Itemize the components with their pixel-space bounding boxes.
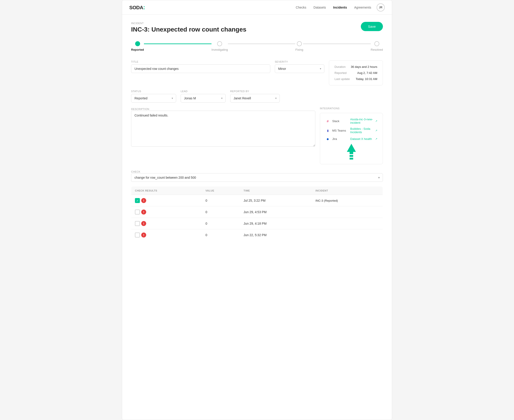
- progress-steps: Reported Investigating Fixing Resolved: [131, 41, 383, 51]
- integrations-label: INTEGRATIONS: [320, 107, 383, 110]
- time-cell-2: Jun 29, 4:53 PM: [240, 206, 312, 218]
- severity-label: SEVERITY: [275, 60, 324, 63]
- lead-group: LEAD Jonas M: [181, 90, 226, 103]
- table-body: ✓ ! 0 Jul 25, 3:22 PM INC-3 (Reported): [131, 195, 383, 241]
- check-results-cell-2: !: [131, 206, 202, 218]
- description-textarea[interactable]: Continued failed results.: [131, 111, 315, 147]
- jira-icon: ◆: [326, 136, 330, 141]
- integration-jira: ◆ Jira Dataset X health ↗: [326, 136, 377, 141]
- status-select[interactable]: Reported Investigating Fixing Resolved: [131, 94, 176, 103]
- arrow-head: [347, 144, 356, 152]
- description-section: DESCRIPTION Continued failed results.: [131, 107, 315, 164]
- time-cell-1: Jul 25, 3:22 PM: [240, 195, 312, 206]
- arrow-annotation: [326, 144, 377, 159]
- slack-icon: #: [326, 119, 330, 123]
- duration-label: Duration: [335, 65, 345, 68]
- incident-badge-1: INC-3 (Reported): [316, 199, 338, 202]
- check-select[interactable]: change for row_count between 200 and 500: [131, 173, 383, 182]
- incident-header: INCIDENT INC-3: Unexpected row count cha…: [131, 22, 383, 33]
- check-select-wrapper: change for row_count between 200 and 500: [131, 173, 383, 182]
- step-fixing[interactable]: Fixing: [295, 41, 303, 51]
- step-investigating[interactable]: Investigating: [211, 41, 228, 51]
- external-link-icon-msteams: ↗: [375, 129, 377, 132]
- icons-cell-3: !: [135, 221, 198, 226]
- nav-links: Checks Datasets Incidents Agreements: [296, 6, 371, 9]
- value-cell-4: 0: [202, 229, 240, 241]
- reported-by-select-wrapper: Janet Revell: [230, 94, 280, 103]
- integrations-section: INTEGRATIONS # Slack #soda-inc-3-new-inc…: [320, 107, 383, 164]
- check-results-cell-3: !: [131, 218, 202, 229]
- integration-msteams: ▮ MS Teams Bubbles - Soda Incidents ↗: [326, 127, 377, 134]
- incident-breadcrumb: INCIDENT: [131, 22, 246, 25]
- arrow-stem-1: [350, 152, 353, 154]
- reported-by-group: REPORTED BY Janet Revell: [230, 90, 280, 103]
- arrow-stem-3: [350, 158, 353, 159]
- warning-icon-1: !: [141, 198, 146, 203]
- nav-item-datasets[interactable]: Datasets: [313, 6, 326, 9]
- step-circle-reported: [135, 41, 140, 46]
- save-button[interactable]: Save: [361, 22, 383, 31]
- severity-select[interactable]: Minor Major Critical: [275, 64, 324, 73]
- step-line-2: [228, 44, 296, 44]
- info-row-reported: Reported Aug 2, 7:42 AM: [335, 71, 377, 75]
- step-line-3: [303, 44, 371, 44]
- step-label-reported: Reported: [131, 48, 144, 51]
- step-reported[interactable]: Reported: [131, 41, 144, 51]
- title-input[interactable]: [131, 64, 270, 73]
- info-reported-value: Aug 2, 7:42 AM: [357, 71, 377, 75]
- arrow-stem-2: [350, 155, 353, 157]
- lead-select[interactable]: Jonas M: [181, 94, 226, 103]
- icons-cell-1: ✓ !: [135, 198, 198, 203]
- navigation: SODA: Checks Datasets Incidents Agreemen…: [122, 0, 392, 15]
- nav-item-agreements[interactable]: Agreements: [354, 6, 371, 9]
- icons-cell-2: !: [135, 210, 198, 215]
- jira-link[interactable]: Dataset X health: [350, 137, 373, 141]
- check-label: CHECK: [131, 170, 140, 173]
- step-label-resolved: Resolved: [371, 48, 383, 51]
- check-results-cell-1: ✓ !: [131, 195, 202, 206]
- icons-cell-4: !: [135, 232, 198, 238]
- jira-name: Jira: [332, 137, 348, 141]
- incident-cell-2: [312, 206, 383, 218]
- reported-by-label: REPORTED BY: [230, 90, 280, 93]
- external-link-icon-jira: ↗: [375, 137, 377, 140]
- table-row: ! 0 Jun 29, 4:18 PM: [131, 218, 383, 229]
- checkbox-empty-3[interactable]: [135, 221, 140, 226]
- status-select-wrapper: Reported Investigating Fixing Resolved: [131, 94, 176, 103]
- reported-by-select[interactable]: Janet Revell: [230, 94, 280, 103]
- time-cell-3: Jun 29, 4:18 PM: [240, 218, 312, 229]
- incident-cell-4: [312, 229, 383, 241]
- slack-link[interactable]: #soda-inc-3-new-incident: [350, 118, 373, 124]
- description-integrations-row: DESCRIPTION Continued failed results. IN…: [131, 107, 383, 164]
- checkbox-empty-2[interactable]: [135, 210, 140, 215]
- checkbox-empty-4[interactable]: [135, 232, 140, 238]
- incident-title: INC-3: Unexpected row count changes: [131, 26, 246, 33]
- step-circle-resolved: [374, 41, 379, 46]
- step-circle-investigating: [217, 41, 222, 46]
- nav-item-incidents[interactable]: Incidents: [333, 6, 347, 9]
- warning-icon-4: !: [141, 232, 146, 238]
- last-update-label: Last update: [335, 77, 350, 81]
- logo: SODA:: [129, 4, 145, 11]
- step-line-1: [144, 44, 211, 44]
- check-section: CHECK change for row_count between 200 a…: [131, 170, 383, 241]
- form-row-title: TITLE SEVERITY Minor Major Critical Dura…: [131, 60, 383, 85]
- msteams-link[interactable]: Bubbles - Soda Incidents: [350, 127, 373, 134]
- lead-label: LEAD: [181, 90, 226, 93]
- info-row-lastupdate: Last update Today, 10:31 AM: [335, 77, 377, 81]
- lead-select-wrapper: Jonas M: [181, 94, 226, 103]
- slack-name: Slack: [332, 120, 348, 123]
- table-row: ✓ ! 0 Jul 25, 3:22 PM INC-3 (Reported): [131, 195, 383, 206]
- avatar[interactable]: JR: [377, 3, 385, 11]
- title-label: TITLE: [131, 60, 270, 63]
- checkbox-checked-1[interactable]: ✓: [135, 198, 140, 203]
- col-time: TIME: [240, 187, 312, 195]
- nav-item-checks[interactable]: Checks: [296, 6, 306, 9]
- integrations-card: # Slack #soda-inc-3-new-incident ↗ ▮ MS …: [320, 113, 383, 164]
- step-resolved[interactable]: Resolved: [371, 41, 383, 51]
- info-card: Duration 36 days and 2 hours Reported Au…: [329, 60, 383, 85]
- col-check-results: CHECK RESULTS: [131, 187, 202, 195]
- check-results-table: CHECK RESULTS VALUE TIME INCIDENT ✓ !: [131, 186, 383, 241]
- table-row: ! 0 Jun 29, 4:53 PM: [131, 206, 383, 218]
- logo-accent: :: [143, 4, 145, 11]
